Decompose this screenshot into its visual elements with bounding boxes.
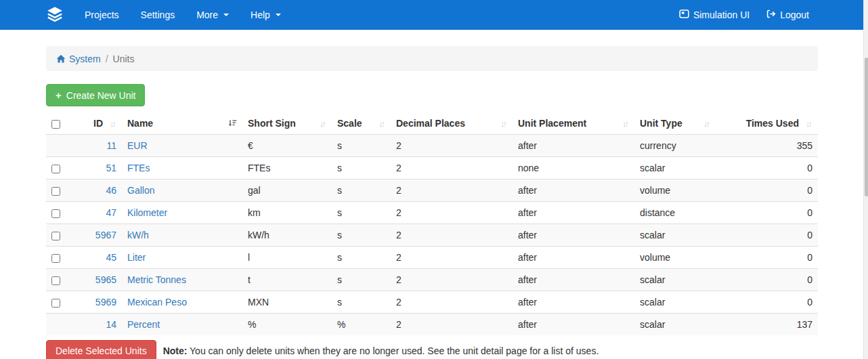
unit-id-link[interactable]: 5965 — [95, 274, 116, 285]
column-header-inner: Unit Type↓↑ — [640, 118, 710, 129]
unit-id-link[interactable]: 45 — [106, 252, 116, 263]
unit-id-link[interactable]: 51 — [106, 163, 116, 173]
create-button-label: Create New Unit — [66, 90, 136, 101]
cell-checkbox — [46, 269, 68, 291]
cell-short-sign: gal — [242, 180, 332, 202]
nav-item-simulation-ui[interactable]: Simulation UI — [671, 1, 758, 29]
cell-id: 5967 — [68, 224, 122, 247]
select-all-checkbox[interactable] — [51, 120, 60, 129]
cell-name: Metric Tonnes — [122, 269, 242, 291]
unit-name-link[interactable]: kW/h — [127, 230, 149, 240]
row-checkbox[interactable] — [51, 165, 60, 173]
cell-unit-placement: after — [513, 224, 634, 247]
row-checkbox[interactable] — [51, 299, 60, 308]
unit-id-link[interactable]: 5967 — [95, 230, 116, 240]
table-header-row: ID↓↑NameShort Sign↓↑Scale↓↑Decimal Place… — [46, 112, 818, 135]
cell-unit-type: currency — [634, 135, 716, 157]
unit-name-link[interactable]: Metric Tonnes — [127, 274, 186, 285]
unit-name-link[interactable]: FTEs — [127, 163, 150, 173]
cell-unit-type: scalar — [634, 291, 716, 314]
create-new-unit-button[interactable]: + Create New Unit — [46, 84, 145, 106]
cell-short-sign: FTEs — [242, 157, 332, 180]
unit-name-link[interactable]: Liter — [127, 252, 146, 263]
row-checkbox[interactable] — [51, 254, 60, 263]
delete-selected-units-button[interactable]: Delete Selected Units — [46, 340, 156, 359]
unit-id-link[interactable]: 5969 — [95, 297, 116, 308]
unit-name-link[interactable]: EUR — [127, 140, 148, 151]
cell-decimal-places: 2 — [391, 180, 513, 202]
units-table: ID↓↑NameShort Sign↓↑Scale↓↑Decimal Place… — [46, 112, 818, 335]
note-label: Note: — [163, 345, 188, 356]
cell-scale: % — [332, 314, 391, 336]
column-header-inner: Short Sign↓↑ — [248, 118, 326, 129]
nav-item-logout[interactable]: Logout — [758, 1, 817, 29]
cell-decimal-places: 2 — [391, 291, 513, 314]
unit-id-link[interactable]: 47 — [106, 207, 116, 218]
nav-item-projects[interactable]: Projects — [74, 1, 130, 28]
cell-scale: s — [332, 180, 391, 202]
column-label: Times Used — [746, 118, 799, 129]
breadcrumb-separator: / — [106, 54, 108, 64]
column-header-scale[interactable]: Scale↓↑ — [332, 112, 391, 135]
unit-name-link[interactable]: Mexican Peso — [127, 297, 187, 308]
unit-name-link[interactable]: Gallon — [127, 185, 154, 196]
cell-checkbox — [46, 314, 68, 336]
table-row: 14Percent%%2afterscalar137 — [46, 314, 818, 336]
row-checkbox[interactable] — [51, 232, 60, 240]
table-row: 11EUR€s2aftercurrency355 — [46, 135, 818, 157]
cell-times-used: 137 — [716, 314, 818, 336]
cell-unit-placement: after — [513, 291, 634, 314]
unit-id-link[interactable]: 14 — [106, 319, 116, 330]
column-header-decimal-places[interactable]: Decimal Places↓↑ — [391, 112, 513, 135]
brand-logo[interactable] — [36, 5, 74, 25]
column-header-unit-placement[interactable]: Unit Placement↓↑ — [513, 112, 634, 135]
home-icon — [56, 54, 66, 64]
cell-unit-type: scalar — [634, 269, 716, 291]
table-row: 5967kW/hkW/hs2afterscalar0 — [46, 224, 818, 247]
cell-short-sign: km — [242, 202, 332, 224]
column-label: Scale — [337, 118, 362, 129]
delete-note: Note: You can only delete units when the… — [163, 345, 599, 356]
main-content: System / Units + Create New Unit ID↓↑Nam… — [46, 46, 818, 359]
breadcrumb-current: Units — [113, 54, 135, 64]
cell-short-sign: t — [242, 269, 332, 291]
cell-times-used: 0 — [716, 202, 818, 224]
sort-icon: ↓↑ — [320, 119, 326, 129]
cell-name: kW/h — [122, 224, 242, 247]
nav-item-more[interactable]: More — [186, 1, 240, 28]
sort-icon: ↓↑ — [500, 119, 507, 129]
column-label: Name — [127, 118, 153, 129]
caret-down-icon — [223, 14, 229, 16]
row-checkbox[interactable] — [51, 276, 60, 285]
column-header-times-used[interactable]: Times Used↓↑ — [716, 112, 818, 135]
cell-unit-placement: after — [513, 247, 634, 269]
breadcrumb-link-label: System — [69, 54, 101, 64]
column-header-id[interactable]: ID↓↑ — [68, 112, 122, 135]
row-checkbox[interactable] — [51, 209, 60, 218]
nav-item-settings[interactable]: Settings — [130, 1, 186, 28]
cell-id: 47 — [68, 202, 122, 224]
cell-unit-type: distance — [634, 202, 716, 224]
breadcrumb-system-link[interactable]: System — [56, 54, 101, 64]
note-text: You can only delete units when they are … — [190, 345, 599, 356]
column-header-unit-type[interactable]: Unit Type↓↑ — [634, 112, 716, 135]
sort-icon: ↓↑ — [110, 119, 116, 129]
unit-id-link[interactable]: 46 — [106, 185, 116, 196]
cell-unit-type: volume — [634, 247, 716, 269]
nav-item-help[interactable]: Help — [240, 1, 292, 28]
column-header-name[interactable]: Name — [122, 112, 242, 135]
cell-times-used: 0 — [716, 224, 818, 247]
cell-checkbox — [46, 180, 68, 202]
column-header-short-sign[interactable]: Short Sign↓↑ — [242, 112, 332, 135]
unit-name-link[interactable]: Percent — [127, 319, 160, 330]
plus-icon: + — [56, 89, 62, 101]
unit-id-link[interactable]: 11 — [106, 140, 116, 151]
table-row: 5965Metric Tonnests2afterscalar0 — [46, 269, 818, 291]
row-checkbox[interactable] — [51, 187, 60, 196]
column-label: ID — [93, 118, 103, 129]
cell-decimal-places: 2 — [391, 224, 513, 247]
unit-name-link[interactable]: Kilometer — [127, 207, 167, 218]
scrollbar-thumb[interactable] — [865, 58, 868, 196]
column-label: Decimal Places — [396, 118, 465, 129]
page-scrollbar[interactable] — [863, 0, 868, 359]
